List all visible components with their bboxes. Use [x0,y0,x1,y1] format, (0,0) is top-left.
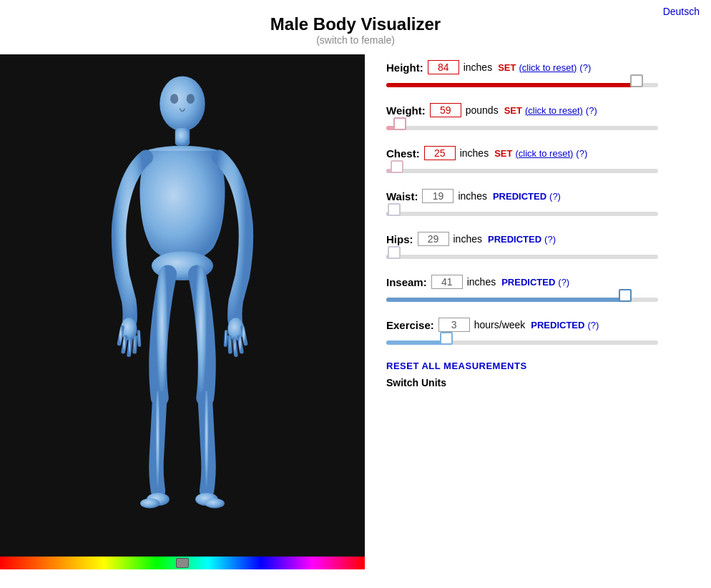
chest-row: Chest: inches SET (click to reset) (?) [386,146,697,179]
svg-rect-1 [175,128,190,146]
chest-slider-container [386,163,658,179]
model-figure [0,54,365,555]
svg-point-19 [205,499,225,509]
waist-slider-handle[interactable] [388,203,401,216]
waist-input[interactable] [422,189,453,203]
inseam-unit: inches [467,276,496,288]
weight-input[interactable] [430,103,461,117]
weight-label-row: Weight: pounds SET (click to reset) (?) [386,103,697,117]
hips-row: Hips: inches PREDICTED (?) [386,232,697,265]
hips-status: PREDICTED [488,234,541,245]
svg-line-8 [139,331,139,345]
exercise-slider-container [386,335,658,351]
weight-reset-link[interactable]: (click to reset) [525,105,583,116]
switch-gender-container: (switch to female) [0,34,711,46]
waist-slider-container [386,206,658,222]
exercise-input[interactable] [438,318,470,332]
language-link-container: Deutsch [663,6,700,17]
chest-slider-track [386,169,658,173]
hips-slider-track [386,255,658,259]
weight-unit: pounds [466,104,499,116]
hips-slider-container [386,249,658,265]
weight-status: SET [504,105,522,116]
exercise-label-row: Exercise: hours/week PREDICTED (?) [386,318,697,332]
exercise-status: PREDICTED [531,320,584,330]
inseam-row: Inseam: inches PREDICTED (?) [386,275,697,308]
weight-slider-container [386,120,658,136]
chest-reset-link[interactable]: (click to reset) [515,148,573,159]
exercise-label: Exercise: [386,319,434,331]
waist-help-link[interactable]: (?) [549,191,561,202]
inseam-status: PREDICTED [501,277,555,288]
switch-gender-link[interactable]: (switch to female) [316,34,395,46]
svg-line-6 [129,340,130,356]
weight-row: Weight: pounds SET (click to reset) (?) [386,103,697,136]
bottom-actions: RESET ALL MEASUREMENTS Switch Units [386,361,697,388]
inseam-label-row: Inseam: inches PREDICTED (?) [386,275,697,289]
exercise-row: Exercise: hours/week PREDICTED (?) [386,318,697,351]
height-slider-container [386,77,658,93]
hips-unit: inches [453,233,482,245]
chest-unit: inches [460,147,489,159]
language-link[interactable]: Deutsch [663,6,700,17]
chest-slider-handle[interactable] [391,160,403,173]
exercise-slider-track [386,340,658,345]
weight-slider-handle[interactable] [393,117,406,130]
height-label: Height: [386,62,423,74]
hips-help-link[interactable]: (?) [544,234,556,245]
height-help-link[interactable]: (?) [579,62,591,73]
height-label-row: Height: inches SET (click to reset) (?) [386,60,697,74]
inseam-input[interactable] [431,275,463,289]
height-unit: inches [464,62,492,73]
hips-input[interactable] [418,232,449,246]
inseam-slider-handle[interactable] [619,289,632,302]
inseam-slider-fill [386,298,625,302]
exercise-help-link[interactable]: (?) [587,320,599,330]
weight-label: Weight: [386,104,426,117]
reset-all-button[interactable]: RESET ALL MEASUREMENTS [386,361,527,371]
height-status: SET [498,62,516,73]
waist-row: Waist: inches PREDICTED (?) [386,189,697,222]
height-input[interactable] [428,60,459,74]
hips-slider-handle[interactable] [388,246,401,259]
svg-point-17 [140,499,160,509]
inseam-help-link[interactable]: (?) [558,277,569,288]
waist-slider-track [386,212,658,216]
controls-panel: Height: inches SET (click to reset) (?) [365,54,711,569]
main-content: Height: inches SET (click to reset) (?) [0,54,711,569]
inseam-slider-track [386,298,658,302]
svg-line-11 [239,337,241,351]
exercise-slider-handle[interactable] [440,332,453,345]
hips-label-row: Hips: inches PREDICTED (?) [386,232,697,246]
svg-line-7 [134,337,135,351]
height-slider-fill [386,83,637,87]
page-title: Male Body Visualizer [0,14,711,34]
waist-label-row: Waist: inches PREDICTED (?) [386,189,697,203]
chest-label: Chest: [386,147,420,160]
inseam-label: Inseam: [386,276,427,288]
switch-units-button[interactable]: Switch Units [386,377,446,388]
exercise-slider-fill [386,340,446,345]
height-reset-link[interactable]: (click to reset) [519,62,577,73]
height-row: Height: inches SET (click to reset) (?) [386,60,697,93]
body-model-svg [68,62,297,548]
page-wrapper: Deutsch Male Body Visualizer (switch to … [0,0,711,588]
svg-line-4 [119,328,123,344]
page-header: Male Body Visualizer (switch to female) [0,7,711,49]
chest-help-link[interactable]: (?) [576,148,587,159]
height-slider-handle[interactable] [630,74,643,87]
inseam-slider-container [386,292,658,308]
svg-line-14 [225,331,226,345]
svg-line-12 [235,340,236,356]
waist-status: PREDICTED [493,191,546,202]
chest-label-row: Chest: inches SET (click to reset) (?) [386,146,697,160]
svg-line-13 [230,337,230,351]
svg-line-5 [123,337,125,351]
waist-label: Waist: [386,190,418,202]
svg-point-0 [160,76,205,131]
weight-help-link[interactable]: (?) [586,105,597,116]
color-bar-thumb[interactable] [176,558,189,568]
hips-label: Hips: [386,233,413,245]
chest-input[interactable] [424,146,456,160]
svg-line-10 [242,328,246,344]
